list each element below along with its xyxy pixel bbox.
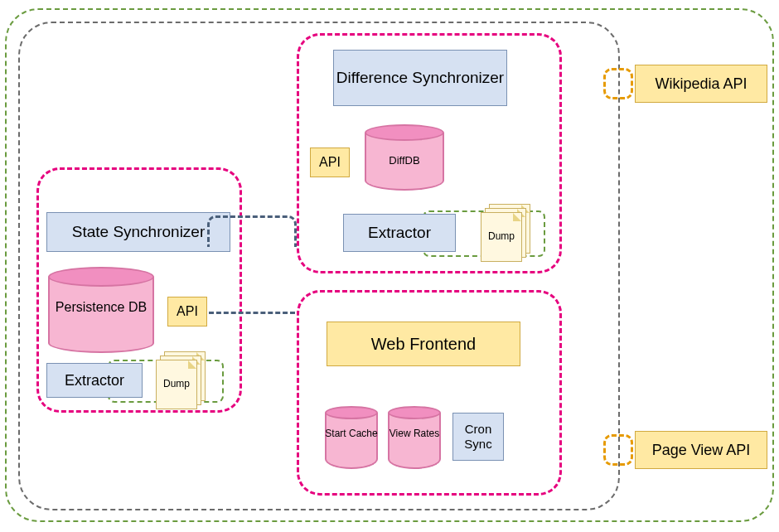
- web-frontend-title: Web Frontend: [327, 322, 520, 366]
- persistence-db-label: Persistence DB: [48, 300, 154, 315]
- page-view-api-connector: [603, 434, 633, 466]
- view-rates-cylinder: View Rates: [388, 406, 441, 469]
- state-sync-dump-label: Dump: [157, 378, 196, 389]
- persistence-db-cylinder: Persistence DB: [48, 267, 154, 353]
- difference-synchronizer-title: Difference Synchronizer: [333, 50, 507, 106]
- page-view-api-box: Page View API: [635, 431, 767, 469]
- view-rates-label: View Rates: [388, 428, 441, 439]
- state-synchronizer-title: State Synchronizer: [46, 212, 230, 252]
- state-sync-api: API: [167, 297, 207, 326]
- diffdb-cylinder: DiffDB: [365, 124, 444, 191]
- wikipedia-api-connector: [603, 68, 633, 99]
- connector-state-to-web: [209, 312, 295, 314]
- state-sync-extractor: Extractor: [46, 363, 143, 398]
- diff-sync-api: API: [310, 148, 350, 177]
- start-cache-cylinder: Start Cache: [325, 406, 378, 469]
- connector-state-to-diff: [207, 215, 297, 247]
- diff-sync-dump-label: Dump: [482, 230, 520, 242]
- diff-sync-extractor: Extractor: [343, 214, 456, 252]
- diagram-canvas: State Synchronizer Persistence DB API Ex…: [0, 0, 779, 532]
- diffdb-label: DiffDB: [365, 154, 444, 167]
- start-cache-label: Start Cache: [325, 428, 378, 439]
- wikipedia-api-box: Wikipedia API: [635, 65, 767, 103]
- cron-sync-box: Cron Sync: [452, 413, 504, 461]
